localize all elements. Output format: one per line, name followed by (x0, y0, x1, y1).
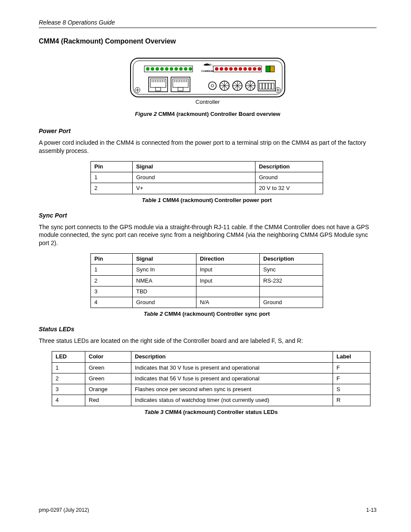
text-status-leds: Three status LEDs are located on the rig… (39, 337, 377, 345)
th-signal: Signal (133, 161, 255, 172)
svg-point-22 (224, 67, 228, 71)
table-row: 3OrangeFlashes once per second when sync… (52, 384, 371, 395)
page-footer: pmp-0297 (July 2012) 1-13 (39, 507, 377, 513)
footer-right: 1-13 (366, 507, 377, 513)
svg-point-28 (253, 67, 256, 71)
svg-point-9 (146, 67, 149, 71)
table-row: 1Sync InInputSync (91, 264, 323, 275)
table-sync-port: Pin Signal Direction Description 1Sync I… (90, 253, 323, 308)
svg-text:CAMBIUM: CAMBIUM (201, 70, 214, 72)
header-rule (39, 28, 377, 28)
controller-label: Controller (196, 99, 220, 105)
svg-point-25 (239, 67, 242, 71)
table-row: 2GreenIndicates that 56 V fuse is presen… (52, 373, 371, 384)
controller-board-illustration: CAMBIUM (128, 56, 287, 107)
terminal-block-icon (258, 81, 275, 91)
table-row: 4RedIndicates status of watchdog timer (… (52, 395, 371, 406)
svg-point-13 (165, 67, 168, 71)
svg-point-20 (215, 67, 218, 71)
svg-point-26 (243, 67, 247, 71)
table-row: 1 Ground Ground (91, 172, 323, 183)
rj45-port-2-icon (171, 77, 190, 92)
knob-3-icon (246, 81, 255, 90)
caption-power-table: Table 1 CMM4 (rackmount) Controller powe… (90, 197, 323, 203)
svg-point-16 (179, 67, 183, 71)
svg-point-23 (229, 67, 233, 71)
table-row: 2 V+ 20 V to 32 V (91, 183, 323, 194)
svg-rect-79 (268, 83, 271, 89)
knob-2-icon (233, 81, 242, 90)
status-leds-icon (266, 66, 274, 72)
th-color: Color (85, 352, 131, 362)
table-row: 4GroundN/AGround (91, 297, 323, 308)
running-title: Release 8 Operations Guide (39, 19, 377, 26)
svg-point-18 (189, 67, 192, 71)
svg-rect-76 (259, 83, 262, 89)
svg-rect-78 (265, 83, 268, 89)
svg-point-24 (234, 67, 237, 71)
section-title: CMM4 (Rackmount) Component Overview (39, 37, 377, 45)
svg-point-17 (184, 67, 187, 71)
svg-rect-37 (150, 79, 166, 87)
svg-point-33 (212, 65, 212, 65)
heading-power-port: Power Port (39, 128, 377, 134)
table-row: 1GreenIndicates that 30 V fuse is presen… (52, 362, 371, 373)
th-desc: Description (131, 352, 333, 362)
svg-point-12 (160, 67, 164, 71)
rj45-port-1-icon (149, 77, 168, 92)
caption-sync-table: Table 2 CMM4 (rackmount) Controller sync… (90, 311, 323, 317)
text-power-port: A power cord included in the CMM4 is con… (39, 139, 377, 155)
th-label: Label (333, 352, 371, 362)
svg-rect-31 (270, 66, 274, 72)
th-signal: Signal (133, 254, 196, 264)
svg-point-15 (174, 67, 178, 71)
heading-status-leds: Status LEDs (39, 326, 377, 333)
svg-rect-77 (262, 83, 265, 89)
text-sync-port: The sync port connects to the GPS module… (39, 223, 377, 248)
svg-rect-48 (173, 79, 188, 87)
th-pin: Pin (91, 254, 133, 264)
svg-rect-49 (178, 87, 183, 91)
svg-rect-80 (271, 83, 274, 89)
svg-point-34 (212, 66, 212, 66)
heading-sync-port: Sync Port (39, 212, 377, 219)
footer-left: pmp-0297 (July 2012) (39, 507, 89, 513)
th-pin: Pin (91, 161, 133, 172)
svg-point-11 (156, 67, 159, 71)
svg-point-14 (170, 67, 173, 71)
th-desc: Description (255, 161, 323, 172)
th-direction: Direction (196, 254, 260, 264)
th-desc: Description (260, 254, 323, 264)
svg-point-29 (258, 67, 261, 71)
table-row: 3TBD (91, 286, 323, 297)
table-power-port: Pin Signal Description 1 Ground Ground 2… (90, 161, 323, 194)
figure-controller-board: CAMBIUM (39, 56, 377, 117)
reset-button-icon (209, 82, 216, 90)
th-led: LED (52, 352, 85, 362)
table-row: 2NMEAInputRS-232 (91, 275, 323, 286)
svg-point-21 (220, 67, 223, 71)
svg-rect-38 (156, 87, 161, 91)
caption-status-table: Table 3 CMM4 (rackmount) Controller stat… (52, 409, 371, 415)
svg-point-10 (151, 67, 154, 71)
knob-1-icon (220, 81, 229, 90)
table-status-leds: LED Color Description Label 1GreenIndica… (52, 351, 371, 406)
figure-caption: Figure 2 CMM4 (rackmount) Controller Boa… (135, 111, 280, 117)
svg-rect-30 (266, 66, 270, 72)
svg-point-32 (210, 64, 211, 65)
svg-point-27 (248, 67, 252, 71)
svg-point-59 (211, 84, 214, 87)
